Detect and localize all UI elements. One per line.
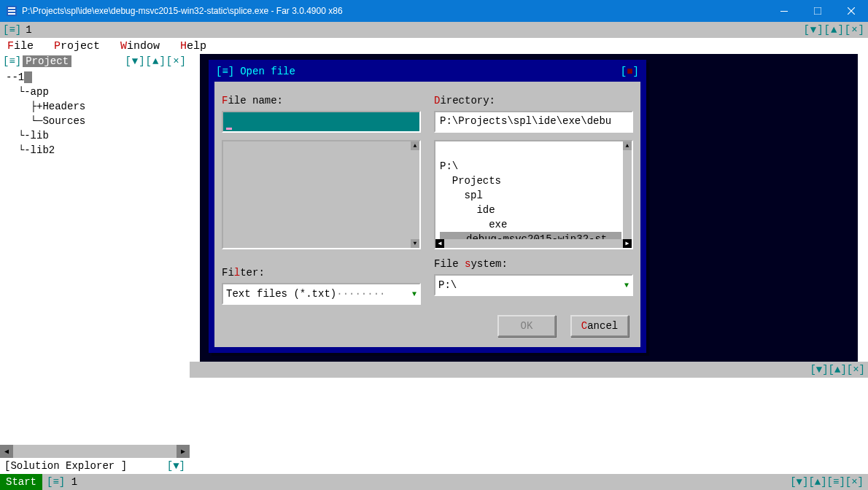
window-titlebar: P:\Projects\spl\ide\exe\debug-msvc2015-w… <box>0 0 868 22</box>
system-menu-icon[interactable]: [≡] <box>3 55 21 67</box>
dir-item[interactable]: spl <box>440 190 483 201</box>
svg-rect-2 <box>8 10 15 12</box>
status-controls[interactable]: [▼][▲][≡][×] <box>790 476 868 488</box>
top-control-strip: [≡] 1 [▼][▲][×] <box>0 22 868 38</box>
cancel-button[interactable]: Cancel <box>570 315 629 337</box>
open-file-dialog: [≡] Open file [■] File name: Fi <box>209 60 646 353</box>
project-pane: [≡] Project [▼][▲][×] --1 └-app ├+Header… <box>0 54 190 474</box>
window-controls[interactable]: [▼][▲][×] <box>803 24 865 36</box>
app-icon <box>6 5 18 17</box>
filesystem-label: File system: <box>434 258 633 270</box>
horizontal-scrollbar[interactable] <box>435 239 632 248</box>
menu-help[interactable]: Help <box>180 40 206 52</box>
dialog-close-button[interactable]: [■] <box>621 66 639 77</box>
svg-rect-1 <box>8 7 15 9</box>
dropdown-icon[interactable]: [▼] <box>167 460 185 472</box>
window-title: P:\Projects\spl\ide\exe\debug-msvc2015-w… <box>22 6 767 16</box>
dialog-titlebar: [≡] Open file [■] <box>214 66 640 82</box>
tab-number: 1 <box>26 24 31 36</box>
scroll-left-icon[interactable]: ◀ <box>0 445 13 458</box>
status-bar: Start [≡] 1 [▼][▲][≡][×] <box>0 474 868 490</box>
filename-input[interactable] <box>222 111 421 133</box>
filename-label: File name: <box>222 95 421 106</box>
system-menu-icon[interactable]: [≡] <box>3 24 21 36</box>
filter-combo[interactable]: Text files (*.txt)········▼ <box>222 283 421 305</box>
menu-window[interactable]: Window <box>120 40 160 52</box>
svg-rect-5 <box>814 7 821 15</box>
directory-list[interactable]: P:\ Projects spl ide exe debug-msvc2015-… <box>434 140 633 249</box>
filesystem-combo[interactable]: P:\▼ <box>434 274 633 296</box>
directory-label: Directory: <box>434 95 633 106</box>
project-tree[interactable]: --1 └-app ├+Headers └─Sources └-lib └-li… <box>0 69 190 445</box>
directory-input[interactable]: P:\Projects\spl\ide\exe\debu <box>434 111 633 133</box>
window-controls[interactable]: [▼][▲][×] <box>810 364 865 376</box>
dir-item[interactable]: Projects <box>440 175 501 187</box>
file-list[interactable] <box>222 140 421 249</box>
status-number: 1 <box>71 476 77 488</box>
editor-area: [▼][▲][×] [≡] Open file [■] File name: <box>190 54 868 474</box>
vertical-scrollbar[interactable] <box>623 141 632 248</box>
close-button[interactable] <box>834 0 868 22</box>
menu-file[interactable]: File <box>7 40 34 52</box>
solution-explorer-label[interactable]: [Solution Explorer ] <box>4 460 127 472</box>
menu-bar: File Project Window Help <box>0 38 868 54</box>
dialog-title: Open file <box>240 66 295 77</box>
svg-rect-4 <box>780 11 788 12</box>
project-pane-title: [≡] Project [▼][▲][×] <box>0 54 190 69</box>
dir-item[interactable]: ide <box>440 204 495 216</box>
caret-icon <box>226 128 232 130</box>
svg-rect-3 <box>8 13 15 15</box>
dir-item[interactable]: exe <box>440 219 507 230</box>
lower-control-strip: [▼][▲][×] <box>190 362 868 378</box>
minimize-button[interactable] <box>767 0 801 22</box>
ok-button[interactable]: OK <box>497 315 556 337</box>
pane-footer: [Solution Explorer ] [▼] <box>0 458 190 474</box>
start-button[interactable]: Start <box>0 474 42 490</box>
dir-item[interactable]: P:\ <box>440 160 458 172</box>
system-menu-icon[interactable]: [≡] <box>216 66 234 77</box>
pane-controls[interactable]: [▼][▲][×] <box>125 55 187 67</box>
pane-title-label: Project <box>23 55 71 67</box>
chevron-down-icon: ▼ <box>412 290 416 298</box>
scroll-right-icon[interactable]: ▶ <box>177 445 190 458</box>
filter-label: Filter: <box>222 267 421 279</box>
system-menu-icon[interactable]: [≡] <box>47 476 65 488</box>
chevron-down-icon: ▼ <box>624 281 629 289</box>
horizontal-scrollbar[interactable]: ◀▶ <box>0 445 190 458</box>
maximize-button[interactable] <box>801 0 834 22</box>
menu-project[interactable]: Project <box>54 40 100 52</box>
vertical-scrollbar[interactable] <box>411 141 419 248</box>
